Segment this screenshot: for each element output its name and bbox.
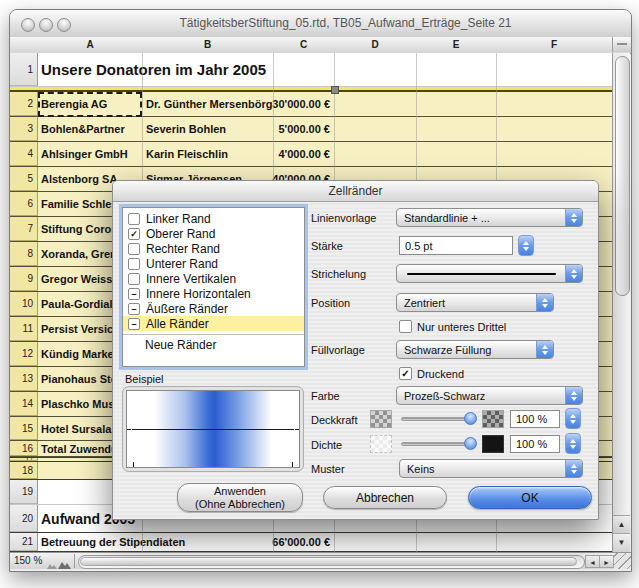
- list-item-linker-rand[interactable]: Linker Rand: [123, 211, 304, 226]
- tick-mark: [127, 429, 131, 430]
- position-select[interactable]: Zentriert: [396, 293, 554, 312]
- border-drag-handle[interactable]: [331, 86, 339, 94]
- list-item-alle-raender[interactable]: – Alle Ränder: [123, 316, 304, 331]
- zoom-mountain-icons[interactable]: [46, 556, 72, 574]
- row-header[interactable]: 4: [10, 142, 38, 166]
- row-header[interactable]: 7: [10, 217, 38, 241]
- muster-select[interactable]: Keins: [399, 459, 583, 478]
- column-header-b[interactable]: B: [142, 37, 274, 52]
- ok-button[interactable]: OK: [468, 486, 592, 509]
- list-item-neue-raender[interactable]: Neue Ränder: [123, 337, 304, 353]
- cell[interactable]: 30'000.00 €: [273, 92, 330, 116]
- checkbox[interactable]: –: [128, 318, 140, 330]
- scroll-down-icon[interactable]: ▼: [613, 533, 630, 552]
- cell[interactable]: 4'000.00 €: [273, 142, 330, 166]
- column-header-e[interactable]: E: [416, 37, 497, 52]
- row-header[interactable]: 14: [10, 392, 38, 416]
- cell[interactable]: Hotel Sursala: [41, 417, 111, 440]
- staerke-stepper[interactable]: [518, 235, 534, 256]
- cell[interactable]: Karin Fleischlin: [146, 142, 228, 166]
- column-header-c[interactable]: C: [273, 37, 335, 52]
- list-item-innere-horizontalen[interactable]: – Innere Horizontalen: [123, 286, 304, 301]
- druckend-checkbox[interactable]: ✓: [399, 367, 412, 380]
- row-header[interactable]: 18: [10, 462, 38, 479]
- checkbox[interactable]: [128, 258, 140, 270]
- resize-grip[interactable]: [614, 553, 631, 569]
- pane-splitter-handle[interactable]: [612, 37, 631, 52]
- row-header[interactable]: 21: [10, 533, 38, 551]
- border-type-list[interactable]: Linker Rand ✓ Oberer Rand Rechter Rand U…: [122, 207, 305, 367]
- list-item-innere-vertikalen[interactable]: Innere Vertikalen: [123, 271, 304, 286]
- cell[interactable]: Bohlen&Partner: [41, 117, 125, 141]
- list-item-oberer-rand[interactable]: ✓ Oberer Rand: [123, 226, 304, 241]
- fuellvorlage-select[interactable]: Schwarze Füllung: [396, 340, 554, 359]
- checkbox[interactable]: –: [128, 303, 140, 315]
- cell[interactable]: 5'000.00 €: [273, 117, 330, 141]
- staerke-input[interactable]: 0.5 pt: [399, 236, 513, 255]
- column-header-d[interactable]: D: [334, 37, 417, 52]
- list-item-aeussere-raender[interactable]: – Äußere Ränder: [123, 301, 304, 316]
- row-header[interactable]: 8: [10, 242, 38, 266]
- row-header[interactable]: 5: [10, 167, 38, 191]
- deckkraft-stepper[interactable]: [565, 408, 581, 429]
- row-header[interactable]: 13: [10, 367, 38, 391]
- scroll-left-icon[interactable]: ◄: [585, 555, 600, 568]
- row-header[interactable]: 1: [10, 53, 38, 86]
- strichelung-select[interactable]: [396, 264, 583, 283]
- farbe-select[interactable]: Prozeß-Schwarz: [396, 386, 583, 405]
- cell[interactable]: Betreuung der Stipendiaten: [41, 533, 185, 551]
- row-header[interactable]: 9: [10, 267, 38, 291]
- checkbox[interactable]: [128, 243, 140, 255]
- deckkraft-slider-knob[interactable]: [464, 412, 477, 425]
- row-header[interactable]: 3: [10, 117, 38, 141]
- list-item-rechter-rand[interactable]: Rechter Rand: [123, 241, 304, 256]
- dichte-input[interactable]: 100 %: [510, 435, 560, 453]
- row-header[interactable]: 17: [10, 458, 38, 461]
- checkbox[interactable]: ✓: [128, 228, 140, 240]
- cell[interactable]: Alstenborg SA: [41, 167, 117, 191]
- nur-unteres-drittel-checkbox[interactable]: [399, 320, 412, 333]
- row-header[interactable]: 19: [10, 480, 38, 504]
- scroll-right-icon[interactable]: ►: [599, 555, 614, 568]
- column-header-f[interactable]: F: [496, 37, 613, 52]
- nur-unteres-drittel-label: Nur unteres Drittel: [417, 321, 506, 333]
- checkbox[interactable]: [128, 213, 140, 225]
- vertical-scrollbar[interactable]: ▲ ▼: [612, 53, 630, 552]
- row-header[interactable]: 2: [10, 92, 38, 116]
- row-header[interactable]: 11: [10, 317, 38, 341]
- cell[interactable]: Ahlsinger GmbH: [41, 142, 128, 166]
- zoom-level[interactable]: 150 %: [14, 555, 42, 566]
- dichte-slider-knob[interactable]: [464, 437, 477, 450]
- scroll-up-icon[interactable]: ▲: [613, 515, 630, 534]
- checkbox[interactable]: –: [128, 288, 140, 300]
- cell[interactable]: Severin Bohlen: [146, 117, 226, 141]
- horizontal-scrollbar[interactable]: [78, 555, 585, 569]
- apply-button[interactable]: Anwenden (Ohne Abbrechen): [177, 483, 303, 512]
- dichte-stepper[interactable]: [565, 433, 581, 454]
- zoom-icon[interactable]: [57, 18, 71, 32]
- tick-mark: [292, 462, 293, 467]
- row-header[interactable]: 20: [10, 505, 38, 532]
- deckkraft-input[interactable]: 100 %: [510, 410, 560, 428]
- sheet-row: 3 Bohlen&Partner Severin Bohlen 5'000.00…: [10, 117, 613, 142]
- row-header[interactable]: 6: [10, 192, 38, 216]
- close-icon[interactable]: [21, 18, 35, 32]
- list-item-unterer-rand[interactable]: Unterer Rand: [123, 256, 304, 271]
- row-header[interactable]: 10: [10, 292, 38, 316]
- cell[interactable]: Unsere Donatoren im Jahr 2005: [41, 53, 266, 86]
- checkbox[interactable]: [128, 273, 140, 285]
- horizontal-scrollbar-thumb[interactable]: [80, 557, 577, 566]
- select-all-corner[interactable]: [10, 37, 39, 52]
- minimize-icon[interactable]: [39, 18, 53, 32]
- linienvorlage-select[interactable]: Standardlinie + ...: [396, 208, 583, 227]
- vertical-scrollbar-thumb[interactable]: [615, 56, 630, 296]
- window-titlebar[interactable]: TätigkeitsberStiftung_05.rtd, TB05_Aufwa…: [10, 10, 631, 38]
- row-header[interactable]: 12: [10, 342, 38, 366]
- row-header[interactable]: 16: [10, 441, 38, 456]
- cell[interactable]: 66'000.00 €: [273, 533, 330, 551]
- cell[interactable]: Dr. Günther Mersenbörg: [146, 92, 273, 116]
- zoom-out-in-icon[interactable]: [46, 559, 72, 570]
- column-header-a[interactable]: A: [38, 37, 143, 52]
- row-header[interactable]: 15: [10, 417, 38, 440]
- cancel-button[interactable]: Abbrechen: [323, 486, 447, 509]
